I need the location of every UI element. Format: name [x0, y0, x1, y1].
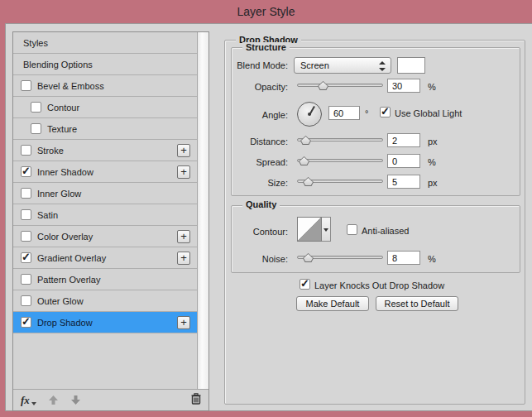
distance-input[interactable]	[387, 133, 420, 147]
add-effect-instance-button[interactable]: +	[177, 144, 190, 157]
sidebar-item-bevel-emboss[interactable]: Bevel & Emboss	[13, 75, 197, 97]
distance-label: Distance:	[204, 137, 288, 146]
layer-style-dialog: Layer Style StylesBlending OptionsBevel …	[0, 0, 532, 417]
size-label: Size:	[204, 178, 288, 188]
sidebar-item-outer-glow[interactable]: Outer Glow	[13, 290, 197, 312]
sidebar-footer: fx	[13, 389, 208, 410]
dialog-content: StylesBlending OptionsBevel & EmbossCont…	[5, 23, 532, 411]
use-global-light-checkbox[interactable]	[380, 107, 391, 117]
angle-hub	[308, 113, 311, 116]
sidebar-item-gradient-overlay[interactable]: Gradient Overlay+	[13, 247, 197, 269]
distance-unit: px	[428, 137, 438, 146]
opacity-label: Opacity:	[204, 82, 288, 92]
reset-to-default-label: Reset to Default	[385, 299, 450, 309]
sidebar-item-label: Contour	[47, 103, 79, 113]
dialog-title: Layer Style	[237, 5, 295, 18]
spread-input[interactable]	[387, 154, 420, 168]
contour-picker[interactable]	[297, 217, 322, 242]
effect-enabled-checkbox[interactable]	[21, 295, 31, 306]
sidebar-item-texture[interactable]: Texture	[13, 118, 197, 140]
sidebar-item-label: Color Overlay	[37, 232, 93, 242]
sidebar-item-label: Blending Options	[23, 60, 93, 70]
effect-enabled-checkbox[interactable]	[21, 166, 31, 177]
effect-enabled-checkbox[interactable]	[21, 317, 31, 328]
sidebar-item-label: Inner Shadow	[37, 167, 93, 177]
style-list: StylesBlending OptionsBevel & EmbossCont…	[13, 32, 197, 389]
add-effect-instance-button[interactable]: +	[177, 165, 190, 179]
fx-menu-caret-icon	[31, 402, 36, 405]
contour-label: Contour:	[204, 227, 288, 237]
opacity-unit: %	[428, 82, 436, 92]
structure-group-title: Structure	[242, 42, 290, 52]
reset-to-default-button[interactable]: Reset to Default	[376, 296, 458, 311]
effect-enabled-checkbox[interactable]	[21, 231, 31, 242]
slider-thumb[interactable]	[303, 177, 314, 186]
effect-enabled-checkbox[interactable]	[21, 145, 31, 156]
sidebar-item-drop-shadow[interactable]: Drop Shadow+	[13, 312, 197, 333]
slider-thumb[interactable]	[300, 136, 311, 145]
sidebar-item-color-overlay[interactable]: Color Overlay+	[13, 226, 197, 247]
move-effect-up-icon[interactable]	[48, 395, 59, 405]
effect-enabled-checkbox[interactable]	[21, 209, 31, 220]
layer-knocks-out-label: Layer Knocks Out Drop Shadow	[314, 280, 444, 290]
sidebar-item-blending-options[interactable]: Blending Options	[13, 54, 197, 75]
angle-unit: °	[365, 108, 368, 118]
blend-mode-select[interactable]: Screen	[294, 57, 391, 74]
shadow-color-swatch[interactable]	[397, 57, 425, 74]
opacity-slider[interactable]	[297, 80, 383, 90]
sidebar-item-inner-glow[interactable]: Inner Glow	[13, 183, 197, 204]
slider-thumb[interactable]	[318, 81, 328, 90]
contour-dropdown-arrow[interactable]	[322, 217, 331, 242]
sidebar-item-label: Drop Shadow	[37, 318, 93, 328]
add-effect-instance-button[interactable]: +	[177, 252, 190, 265]
effect-enabled-checkbox[interactable]	[21, 80, 31, 91]
delete-effect-button[interactable]	[190, 393, 202, 408]
slider-track[interactable]	[297, 159, 383, 162]
sidebar-item-label: Pattern Overlay	[37, 275, 100, 285]
sidebar-item-label: Bevel & Emboss	[37, 81, 104, 91]
make-default-label: Make Default	[306, 299, 360, 309]
layer-knocks-out-checkbox[interactable]	[300, 279, 310, 290]
add-effect-instance-button[interactable]: +	[177, 230, 190, 243]
sidebar-item-label: Texture	[47, 124, 77, 134]
sidebar-item-satin[interactable]: Satin	[13, 204, 197, 226]
trash-icon	[190, 393, 202, 405]
effect-enabled-checkbox[interactable]	[31, 102, 41, 113]
effect-enabled-checkbox[interactable]	[21, 188, 31, 199]
sidebar-item-pattern-overlay[interactable]: Pattern Overlay	[13, 269, 197, 290]
sidebar-item-label: Inner Glow	[37, 189, 81, 199]
slider-track[interactable]	[297, 84, 383, 87]
anti-aliased-label: Anti-aliased	[362, 226, 409, 236]
slider-thumb[interactable]	[303, 253, 314, 262]
sidebar-item-label: Gradient Overlay	[37, 253, 106, 263]
spread-slider[interactable]	[297, 156, 383, 165]
slider-thumb[interactable]	[299, 156, 309, 165]
distance-slider[interactable]	[297, 135, 383, 145]
effect-enabled-checkbox[interactable]	[21, 252, 31, 263]
fx-menu-button[interactable]: fx	[21, 394, 30, 407]
size-input[interactable]	[387, 175, 420, 189]
sidebar-item-inner-shadow[interactable]: Inner Shadow+	[13, 161, 197, 183]
angle-dial[interactable]	[297, 102, 322, 127]
effect-enabled-checkbox[interactable]	[31, 123, 41, 134]
move-effect-down-icon[interactable]	[70, 395, 81, 405]
sidebar-item-styles[interactable]: Styles	[13, 32, 197, 54]
blend-mode-value: Screen	[300, 60, 329, 70]
size-slider[interactable]	[297, 176, 383, 186]
angle-input[interactable]	[328, 106, 360, 120]
sidebar-item-contour[interactable]: Contour	[13, 97, 197, 118]
effect-enabled-checkbox[interactable]	[21, 274, 31, 285]
make-default-button[interactable]: Make Default	[296, 296, 369, 311]
sidebar-item-stroke[interactable]: Stroke+	[13, 140, 197, 161]
sidebar-item-label: Outer Glow	[37, 296, 84, 306]
select-spinner-icon	[378, 61, 386, 71]
title-bar[interactable]: Layer Style	[0, 0, 532, 23]
anti-aliased-checkbox[interactable]	[347, 224, 357, 235]
sidebar-item-label: Satin	[37, 210, 58, 220]
add-effect-instance-button[interactable]: +	[177, 316, 190, 329]
opacity-input[interactable]	[387, 79, 420, 93]
noise-slider[interactable]	[297, 252, 383, 262]
blend-mode-label: Blend Mode:	[204, 60, 288, 70]
noise-input[interactable]	[387, 251, 420, 265]
sidebar-item-label: Styles	[23, 38, 48, 48]
